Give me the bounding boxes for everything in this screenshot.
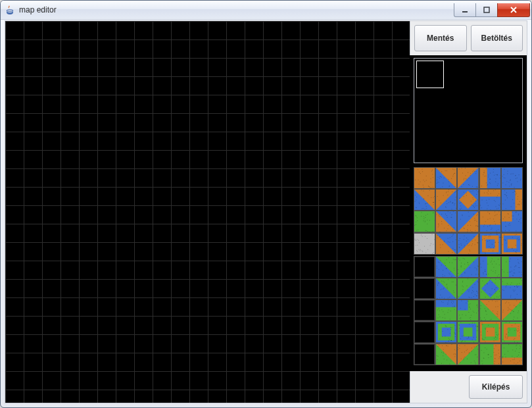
palette-tile[interactable] (502, 168, 522, 188)
svg-rect-884 (443, 302, 443, 303)
svg-rect-158 (509, 186, 510, 186)
svg-rect-568 (491, 247, 491, 248)
palette-tile[interactable] (458, 322, 478, 342)
svg-rect-1052 (465, 342, 466, 342)
palette-tile[interactable] (436, 211, 456, 232)
palette-tile[interactable] (436, 322, 456, 342)
palette-tile[interactable] (480, 300, 500, 320)
svg-rect-732 (504, 272, 504, 272)
svg-rect-700 (493, 267, 494, 268)
svg-rect-996 (518, 311, 519, 311)
palette-tile[interactable] (414, 234, 435, 254)
svg-rect-703 (496, 263, 496, 264)
close-button[interactable] (497, 3, 530, 17)
svg-rect-131 (517, 181, 518, 182)
palette-tile[interactable] (502, 234, 522, 254)
svg-rect-160 (423, 191, 423, 191)
svg-rect-88 (477, 187, 477, 188)
svg-rect-1084 (488, 325, 489, 326)
svg-rect-1188 (476, 345, 477, 346)
maximize-button[interactable] (475, 3, 498, 17)
svg-rect-527 (455, 249, 456, 250)
svg-rect-146 (503, 174, 504, 175)
palette-tile[interactable] (502, 322, 522, 342)
palette-tile[interactable] (480, 211, 500, 232)
palette-tile[interactable] (502, 300, 522, 320)
svg-rect-734 (510, 276, 510, 277)
palette-tile[interactable] (458, 211, 478, 232)
svg-rect-644 (438, 262, 439, 263)
titlebar[interactable]: map editor (1, 1, 531, 20)
svg-rect-1192 (475, 362, 475, 363)
palette-tile[interactable] (458, 234, 478, 254)
palette-tile[interactable] (458, 344, 478, 365)
palette-tile[interactable] (436, 190, 456, 210)
palette-tile[interactable] (414, 168, 435, 188)
palette-tile[interactable] (436, 168, 456, 188)
svg-rect-502 (424, 245, 425, 246)
load-button[interactable]: Betöltés (471, 25, 523, 51)
svg-rect-797 (469, 290, 470, 290)
palette-tile[interactable] (436, 300, 456, 320)
palette-tile[interactable] (502, 190, 522, 210)
palette-tile[interactable] (458, 300, 478, 320)
svg-rect-788 (463, 290, 464, 290)
svg-rect-1119 (518, 326, 519, 327)
map-grid[interactable] (5, 21, 410, 403)
svg-rect-309 (521, 204, 521, 205)
svg-rect-533 (437, 253, 438, 254)
svg-rect-138 (513, 174, 514, 174)
palette-tile[interactable] (458, 278, 478, 299)
palette-tile[interactable] (480, 278, 500, 299)
svg-rect-1186 (475, 363, 476, 364)
svg-rect-32 (432, 174, 433, 174)
palette-tile[interactable] (458, 168, 478, 188)
svg-rect-883 (454, 307, 455, 307)
selected-tile-slot[interactable] (416, 61, 444, 88)
palette-tile[interactable] (480, 190, 500, 210)
svg-rect-1251 (520, 345, 520, 346)
exit-button[interactable]: Kilépés (469, 375, 523, 399)
palette-tile[interactable] (436, 344, 456, 365)
palette-tile[interactable] (502, 278, 522, 299)
svg-rect-36 (439, 182, 439, 183)
svg-rect-435 (485, 222, 485, 222)
palette-tile[interactable] (414, 211, 435, 232)
svg-rect-1200 (491, 356, 491, 357)
svg-rect-400 (475, 226, 476, 226)
minimize-button[interactable] (454, 3, 476, 17)
svg-rect-1123 (514, 340, 514, 340)
save-button[interactable]: Mentés (414, 25, 467, 51)
svg-rect-939 (465, 309, 466, 310)
palette-tile[interactable] (480, 344, 500, 365)
svg-rect-768 (443, 289, 444, 290)
palette-tile[interactable] (480, 168, 500, 188)
palette-tile[interactable] (480, 234, 500, 254)
svg-rect-116 (489, 179, 490, 180)
palette-tile[interactable] (502, 257, 522, 277)
palette-tile[interactable] (436, 234, 456, 254)
svg-rect-1016 (454, 333, 455, 334)
svg-rect-763 (444, 282, 445, 282)
svg-rect-483 (430, 245, 431, 245)
svg-rect-191 (447, 191, 447, 192)
palette-tile[interactable] (414, 190, 435, 210)
palette-tile[interactable] (436, 278, 456, 299)
svg-rect-1018 (445, 325, 446, 326)
svg-rect-562 (464, 246, 465, 247)
svg-rect-812 (463, 286, 464, 287)
svg-rect-521 (444, 240, 445, 241)
palette-tile[interactable] (436, 257, 456, 277)
palette-tile[interactable] (502, 211, 522, 232)
svg-rect-626 (504, 239, 504, 240)
palette-tile[interactable] (502, 344, 522, 365)
palette-tile[interactable] (458, 190, 478, 210)
palette-tile[interactable] (458, 257, 478, 277)
svg-rect-956 (500, 305, 500, 305)
svg-rect-803 (462, 282, 463, 282)
svg-rect-922 (477, 305, 477, 305)
palette-tile[interactable] (480, 257, 500, 277)
svg-rect-428 (495, 215, 496, 216)
svg-rect-552 (459, 247, 460, 247)
palette-tile[interactable] (480, 322, 500, 342)
